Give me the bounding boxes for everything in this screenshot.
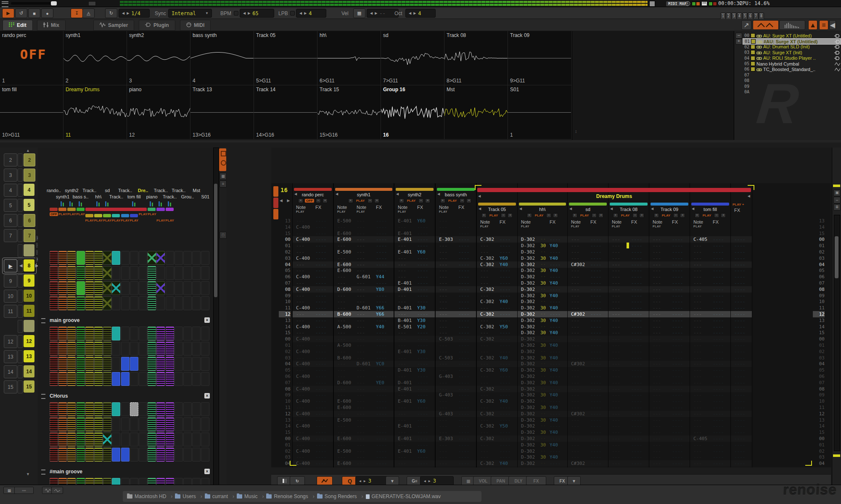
sequence-slot-mute[interactable]	[18, 290, 23, 303]
cell-fx[interactable]: ----	[550, 461, 564, 466]
cell-n1[interactable]: ---	[608, 287, 631, 292]
cell-fx[interactable]: ----	[631, 256, 645, 261]
cell-n2[interactable]: ---	[357, 224, 376, 230]
pattern-row[interactable]: -------	[436, 423, 476, 429]
matrix-cell[interactable]	[156, 448, 165, 462]
pattern-row[interactable]: -------	[394, 442, 435, 448]
sequence-slot-left-12[interactable]: 12	[4, 335, 17, 348]
matrix-cell[interactable]	[85, 281, 94, 295]
pattern-row[interactable]: -------	[436, 298, 476, 305]
cell-n1[interactable]: D-302	[518, 349, 540, 354]
cell-n1[interactable]: ---	[477, 349, 500, 354]
matrix-cell[interactable]	[175, 266, 183, 280]
cell-fx[interactable]: ----	[550, 262, 564, 267]
pattern-row[interactable]: -------	[568, 298, 608, 305]
pattern-row[interactable]: -------	[649, 460, 690, 467]
blocks-toggle-icon[interactable]: ▫▫▫	[14, 487, 34, 494]
track-color-bar[interactable]	[651, 203, 688, 206]
pattern-row[interactable]: E-600-------	[334, 460, 394, 467]
pattern-row[interactable]: -------	[293, 355, 333, 361]
matrix-cell[interactable]	[58, 281, 67, 295]
cell-fx[interactable]: ----	[713, 268, 727, 273]
cell-fx[interactable]: Y40	[550, 268, 564, 273]
cell-fx[interactable]: ----	[376, 386, 390, 392]
matrix-cell[interactable]	[139, 402, 147, 416]
sequence-slot-mute[interactable]	[18, 380, 23, 393]
breadcrumb-item[interactable]: Macintosh HD›	[127, 493, 172, 499]
cell-fx[interactable]: Y40	[550, 405, 564, 410]
matrix-cell[interactable]	[183, 417, 192, 431]
instrument-row[interactable]: 04AU: ROLI Studio Player ..	[743, 55, 840, 61]
matrix-cell[interactable]	[58, 327, 67, 340]
pattern-row[interactable]: -------	[394, 373, 435, 380]
cell-n1[interactable]: ---	[649, 324, 672, 330]
pattern-row[interactable]: -------	[436, 404, 476, 411]
pattern-row[interactable]: -------	[608, 317, 649, 324]
matrix-cell[interactable]	[148, 402, 156, 416]
pattern-row[interactable]: -------	[649, 380, 690, 386]
cell-n1[interactable]: D-302	[518, 461, 540, 466]
cell-n1[interactable]: D-600	[334, 287, 357, 292]
cell-n1[interactable]: ---	[394, 262, 417, 267]
cell-n1[interactable]: C-302	[477, 287, 500, 292]
pattern-row[interactable]: -------	[690, 448, 730, 454]
cell-n1[interactable]: C-302	[477, 436, 500, 441]
cell-fx[interactable]: ----	[458, 430, 473, 435]
cell-fx[interactable]: ----	[731, 336, 748, 342]
cell-n1[interactable]: ---	[690, 349, 713, 354]
scope-cell[interactable]: S011	[508, 85, 572, 140]
matrix-cell[interactable]	[103, 417, 111, 431]
cell-fx[interactable]: ----	[315, 243, 330, 248]
matrix-cell[interactable]	[130, 433, 138, 446]
matrix-cell[interactable]	[121, 342, 130, 356]
cell-n1[interactable]: C-400	[293, 411, 315, 417]
spectrum-button[interactable]	[779, 20, 805, 30]
cell-fx[interactable]: ----	[713, 237, 727, 242]
pattern-row[interactable]: ----	[731, 298, 752, 305]
cell-fx[interactable]: ----	[731, 442, 748, 448]
cell-n1[interactable]: D-302	[518, 237, 540, 242]
track-name[interactable]: ◀synth2	[394, 192, 435, 197]
matrix-cell[interactable]	[139, 357, 147, 371]
pattern-row[interactable]: -------	[436, 429, 476, 435]
track-color-bar[interactable]	[610, 203, 648, 206]
collapse-track-icon[interactable]: ◀	[336, 192, 338, 196]
pattern-row[interactable]: -------	[436, 293, 476, 299]
cell-n1[interactable]: ---	[568, 324, 590, 330]
cell-fx[interactable]: ----	[376, 243, 390, 248]
cell-vol[interactable]: 30	[540, 305, 550, 311]
cell-n1[interactable]: C-302	[477, 324, 500, 330]
cell-fx[interactable]: ----	[458, 243, 473, 248]
pattern-row[interactable]: -------	[394, 454, 435, 460]
cell-fx[interactable]: ----	[672, 256, 686, 261]
cell-fx[interactable]: ----	[458, 380, 473, 385]
cell-fx[interactable]: ----	[713, 442, 727, 448]
pattern-row[interactable]: C-503----	[436, 336, 476, 342]
pattern-row[interactable]: -------	[568, 435, 608, 442]
pattern-row[interactable]: E-600-------	[334, 435, 394, 442]
cell-fx[interactable]: ----	[731, 262, 748, 267]
cell-n1[interactable]: ---	[477, 374, 500, 379]
cell-n1[interactable]: ---	[436, 442, 458, 448]
track-state-chip[interactable]: PLAY	[447, 199, 458, 203]
cell-fx[interactable]: ----	[731, 355, 748, 361]
bpm-toggle[interactable]	[234, 11, 238, 16]
cell-fx[interactable]: ----	[550, 324, 564, 330]
cell-n1[interactable]: ---	[477, 249, 500, 255]
cell-fx[interactable]: ----	[376, 417, 390, 423]
cell-fx[interactable]: ----	[417, 461, 431, 466]
cell-fx[interactable]: ----	[713, 411, 727, 417]
matrix-section-label[interactable]: CHorus	[50, 393, 68, 399]
cell-n1[interactable]: E-500	[334, 417, 357, 423]
cell-fx[interactable]: ----	[713, 405, 727, 410]
matrix-cell[interactable]	[85, 372, 94, 386]
scope-cell[interactable]: Track 099>G11	[508, 31, 572, 85]
matrix-cell[interactable]	[112, 296, 120, 310]
cell-fx[interactable]: ----	[713, 299, 727, 304]
cell-n1[interactable]: ---	[293, 231, 315, 236]
pattern-row[interactable]: -------	[608, 305, 649, 311]
matrix-play-chip[interactable]: PLAY	[103, 219, 112, 222]
column-head[interactable]: Note	[334, 205, 357, 210]
cell-n1[interactable]: ---	[477, 343, 500, 348]
group-collapse-left-icon[interactable]: ◀	[478, 194, 481, 198]
